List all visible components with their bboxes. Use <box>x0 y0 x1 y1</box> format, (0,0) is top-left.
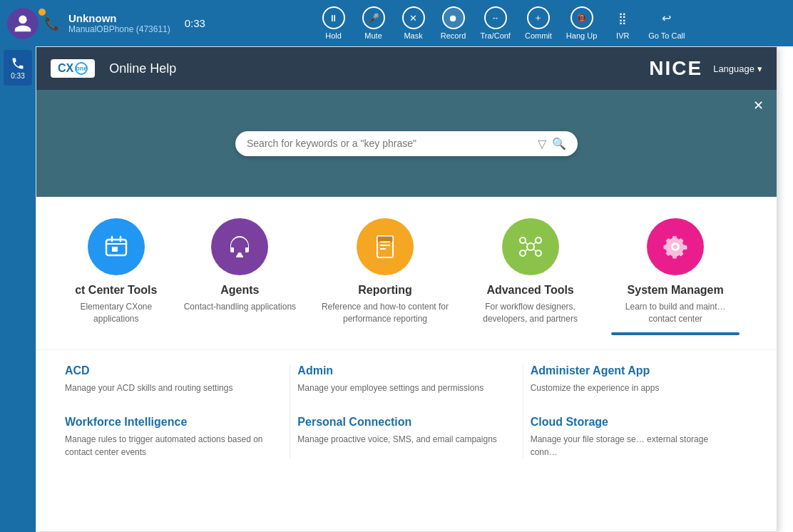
link-column-1: ACD Manage your ACD skills and routing s… <box>65 364 282 459</box>
svg-point-13 <box>536 237 541 243</box>
settings-icon <box>662 233 689 260</box>
tra-conf-button[interactable]: ↔ Tra/Conf <box>475 4 516 43</box>
language-chevron-icon: ▾ <box>757 63 762 74</box>
link-column-3: Administer Agent App Customize the exper… <box>531 364 748 459</box>
system-management-name: System Managem <box>628 284 724 297</box>
mute-label: Mute <box>364 31 382 40</box>
nice-logo: NICE <box>649 57 702 80</box>
system-management-icon-wrapper <box>647 218 704 275</box>
contact-center-tools-desc: Elementary CXone applications <box>73 301 159 325</box>
caller-name: Unknown <box>68 12 170 24</box>
category-item-advanced-tools[interactable]: Advanced Tools For workflow designers, d… <box>466 218 595 325</box>
hang-up-label: Hang Up <box>566 31 597 40</box>
cxone-logo: CX one <box>51 59 95 78</box>
left-sidebar: 0:33 <box>0 46 36 532</box>
sidebar-phone-item[interactable]: 0:33 <box>4 50 32 86</box>
acd-title[interactable]: ACD <box>65 364 268 377</box>
reporting-desc: Reference and how-to content for perform… <box>321 301 449 325</box>
main-content: CX one Online Help NICE Language ▾ ✕ <box>36 46 793 532</box>
svg-line-17 <box>533 242 536 245</box>
administer-agent-app-link[interactable]: Administer Agent App Customize the exper… <box>531 364 734 394</box>
report-icon <box>372 233 399 260</box>
category-item-contact-center-tools[interactable]: ct Center Tools Elementary CXone applica… <box>73 218 159 325</box>
category-item-agents[interactable]: Agents Contact-handling applications <box>175 218 304 313</box>
link-divider-2 <box>523 364 523 459</box>
close-icon: ✕ <box>753 98 764 113</box>
help-header-right: NICE Language ▾ <box>649 57 762 80</box>
language-button[interactable]: Language ▾ <box>713 63 762 74</box>
caller-info: Unknown ManualOBPhone (473611) <box>68 12 170 34</box>
admin-desc: Manage your employee settings and permis… <box>297 382 501 394</box>
phone-icon: 📞 <box>44 16 60 31</box>
cloud-storage-desc: Manage your file storage se… external st… <box>531 433 734 459</box>
search-section: ▽ 🔍 <box>36 90 777 197</box>
svg-line-19 <box>533 249 536 251</box>
search-input[interactable] <box>247 138 538 149</box>
mask-label: Mask <box>404 31 422 40</box>
svg-point-12 <box>520 237 526 243</box>
svg-point-15 <box>536 250 541 256</box>
svg-line-18 <box>526 249 528 251</box>
help-title: Online Help <box>109 61 176 76</box>
category-item-reporting[interactable]: Reporting Reference and how-to content f… <box>321 218 449 325</box>
help-panel: CX one Online Help NICE Language ▾ ✕ <box>36 46 777 532</box>
mute-button[interactable]: 🎤 Mute <box>355 4 392 43</box>
system-management-desc: Learn to build and maint… contact center <box>611 301 740 325</box>
system-management-active-bar <box>611 332 740 335</box>
cloud-storage-title[interactable]: Cloud Storage <box>531 416 734 429</box>
tra-conf-icon: ↔ <box>484 6 507 29</box>
category-item-system-management[interactable]: System Managem Learn to build and maint…… <box>611 218 740 335</box>
administer-agent-app-title[interactable]: Administer Agent App <box>531 364 734 377</box>
language-label: Language <box>713 63 754 74</box>
mask-icon: ✕ <box>402 6 425 29</box>
workflow-icon <box>517 233 544 260</box>
help-header: CX one Online Help NICE Language ▾ <box>36 47 777 90</box>
advanced-tools-icon-wrapper <box>502 218 559 275</box>
go-to-call-button[interactable]: ↩ Go To Call <box>643 4 690 43</box>
close-help-button[interactable]: ✕ <box>749 97 767 114</box>
svg-point-14 <box>520 250 526 256</box>
hold-button[interactable]: ⏸ Hold <box>315 4 352 43</box>
sidebar-timer: 0:33 <box>11 72 24 80</box>
calendar-icon <box>103 234 129 260</box>
logo-circle: one <box>75 62 88 75</box>
svg-rect-10 <box>377 236 393 242</box>
link-divider-1 <box>290 364 290 459</box>
hang-up-button[interactable]: 📵 Hang Up <box>561 4 603 43</box>
contact-center-tools-name: ct Center Tools <box>75 284 157 297</box>
status-dot <box>37 7 47 17</box>
admin-link[interactable]: Admin Manage your employee settings and … <box>297 364 501 394</box>
workforce-intelligence-title[interactable]: Workforce Intelligence <box>65 416 268 429</box>
acd-link[interactable]: ACD Manage your ACD skills and routing s… <box>65 364 268 394</box>
tra-conf-label: Tra/Conf <box>481 31 511 40</box>
agents-name: Agents <box>220 284 259 297</box>
personal-connection-title[interactable]: Personal Connection <box>297 416 501 429</box>
link-column-2: Admin Manage your employee settings and … <box>297 364 515 459</box>
ivr-button[interactable]: ⣿ IVR <box>605 4 640 43</box>
search-icons: ▽ 🔍 <box>538 137 566 150</box>
go-to-call-icon: ↩ <box>655 6 678 29</box>
commit-button[interactable]: ＋ Commit <box>519 4 558 43</box>
hold-icon: ⏸ <box>322 6 345 29</box>
mask-button[interactable]: ✕ Mask <box>395 4 432 43</box>
commit-label: Commit <box>525 31 552 40</box>
reporting-name: Reporting <box>358 284 412 297</box>
avatar <box>7 8 39 39</box>
contact-center-tools-icon <box>88 218 145 275</box>
go-to-call-label: Go To Call <box>648 31 685 40</box>
admin-title[interactable]: Admin <box>297 364 501 377</box>
personal-connection-link[interactable]: Personal Connection Manage proactive voi… <box>297 416 501 446</box>
advanced-tools-desc: For workflow designers, developers, and … <box>466 301 595 325</box>
ivr-icon: ⣿ <box>611 6 634 29</box>
advanced-tools-name: Advanced Tools <box>486 284 573 297</box>
search-icon: 🔍 <box>552 137 566 150</box>
agents-desc: Contact-handling applications <box>184 301 296 313</box>
logo-cx: CX <box>58 62 73 75</box>
record-button[interactable]: ⏺ Record <box>435 4 472 43</box>
caller-phone: ManualOBPhone (473611) <box>68 24 170 34</box>
mute-icon: 🎤 <box>362 6 385 29</box>
commit-icon: ＋ <box>527 6 550 29</box>
person-icon <box>13 14 33 34</box>
workforce-intelligence-link[interactable]: Workforce Intelligence Manage rules to t… <box>65 416 268 459</box>
cloud-storage-link[interactable]: Cloud Storage Manage your file storage s… <box>531 416 734 459</box>
